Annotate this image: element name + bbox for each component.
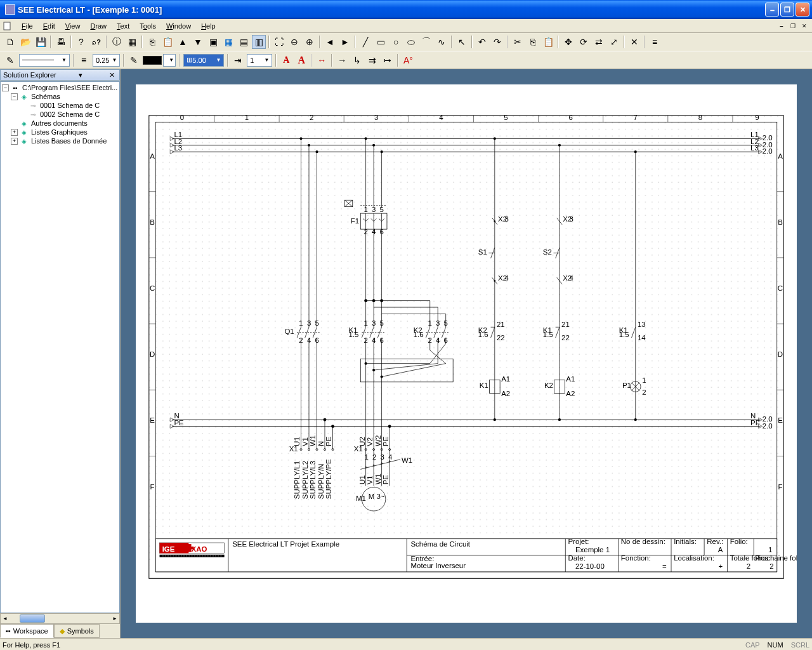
line-button[interactable]: ╱ — [358, 35, 372, 49]
svg-text:A1: A1 — [566, 375, 575, 383]
tool-b-button[interactable]: ▦ — [221, 35, 235, 49]
new-button[interactable]: 🗋 — [3, 35, 17, 49]
next-button[interactable]: ► — [338, 35, 352, 49]
explorer-close-button[interactable]: ✕ — [107, 71, 117, 79]
copy-button[interactable]: ⎘ — [145, 35, 159, 49]
wire4-button[interactable]: ↦ — [381, 53, 395, 67]
grid-button[interactable]: ▦ — [125, 35, 139, 49]
doc-icon — [3, 22, 11, 30]
fit-button[interactable]: ⛶ — [272, 35, 286, 49]
save-button[interactable]: 💾 — [34, 35, 48, 49]
ellipse-button[interactable]: ⬭ — [404, 35, 418, 49]
snap-combo[interactable]: 1▼ — [247, 54, 272, 67]
whatsthis-button[interactable]: ⌕? — [89, 35, 103, 49]
expand-icon[interactable]: + — [11, 138, 18, 145]
help-context-button[interactable]: ? — [74, 35, 88, 49]
menu-window[interactable]: Window — [161, 21, 196, 31]
paste-button[interactable]: 📋 — [160, 35, 174, 49]
tab-symbols[interactable]: ◆ Symbols — [54, 624, 100, 638]
maximize-button[interactable]: ❐ — [780, 3, 794, 17]
linestyle-combo[interactable]: ▼ — [19, 54, 70, 67]
svg-text:22: 22 — [561, 334, 570, 342]
open-button[interactable]: 📂 — [18, 35, 32, 49]
cut-button[interactable]: ✂ — [511, 35, 525, 49]
mdi-close-button[interactable]: ✕ — [799, 22, 809, 30]
menu-draw[interactable]: Draw — [85, 21, 112, 31]
expand-icon[interactable]: + — [11, 129, 18, 136]
minimize-button[interactable]: ‒ — [765, 3, 779, 17]
menu-help[interactable]: Help — [196, 21, 221, 31]
collapse-icon[interactable]: − — [11, 93, 18, 100]
svg-text:9: 9 — [755, 114, 759, 121]
svg-text:Exemple 1: Exemple 1 — [575, 546, 610, 554]
prev-button[interactable]: ◄ — [323, 35, 337, 49]
info-button[interactable]: ⓘ — [110, 35, 124, 49]
color-swatch[interactable] — [143, 56, 162, 65]
tree-listesb[interactable]: + ◈ Listes Bases de Donnée — [2, 136, 118, 145]
circle-button[interactable]: ○ — [389, 35, 403, 49]
drawing-canvas[interactable]: 0 1 2 3 4 5 6 7 8 9 — [136, 84, 797, 623]
tree-schemas[interactable]: − ◈ Schémas — [2, 92, 118, 101]
tree-doc2[interactable]: ⊸ 0002 Schema de C — [2, 110, 118, 119]
tool-c-button[interactable]: ▤ — [237, 35, 251, 49]
wire2-button[interactable]: ↳ — [350, 53, 364, 67]
tab-workspace[interactable]: ▪▪ Workspace — [0, 624, 54, 638]
rotate-button[interactable]: ⟳ — [577, 35, 591, 49]
zoomout-button[interactable]: ⊖ — [287, 35, 301, 49]
svg-rect-296 — [185, 547, 194, 549]
undo-button[interactable]: ↶ — [475, 35, 489, 49]
drawing-viewport[interactable]: 0 1 2 3 4 5 6 7 8 9 — [121, 69, 812, 638]
explorer-pin-icon[interactable]: ▾ — [79, 71, 82, 79]
redo-button[interactable]: ↷ — [490, 35, 504, 49]
copy2-button[interactable]: ⎘ — [526, 35, 540, 49]
tree-listesg[interactable]: + ◈ Listes Graphiques — [2, 128, 118, 136]
wire3-button[interactable]: ⇉ — [365, 53, 379, 67]
text-a2-button[interactable]: A — [294, 53, 308, 67]
pen-button[interactable]: ✎ — [3, 53, 17, 67]
svg-text:E: E — [778, 416, 783, 424]
menu-view[interactable]: View — [60, 21, 86, 31]
text-a-button[interactable]: A — [279, 53, 293, 67]
arc-button[interactable]: ⌒ — [419, 35, 433, 49]
menu-file[interactable]: FFileile — [16, 21, 38, 31]
svg-text:Initials:: Initials: — [674, 538, 697, 545]
moveup-button[interactable]: ▲ — [176, 35, 190, 49]
dim-h-button[interactable]: ↔ — [315, 53, 329, 67]
menu-edit[interactable]: Edit — [38, 21, 60, 31]
fill-button[interactable]: ✎ — [127, 53, 141, 67]
move-button[interactable]: ✥ — [561, 35, 575, 49]
svg-rect-0 — [4, 22, 10, 30]
text-attr-button[interactable]: A° — [401, 53, 415, 67]
lineweight-combo[interactable]: 0.25▼ — [93, 54, 120, 67]
mirror-button[interactable]: ⇄ — [592, 35, 606, 49]
align-button[interactable]: ≡ — [648, 35, 662, 49]
close-button[interactable]: ✕ — [796, 3, 809, 17]
print-button[interactable]: 🖶 — [54, 35, 68, 49]
paste2-button[interactable]: 📋 — [541, 35, 555, 49]
zoomin-button[interactable]: ⊕ — [303, 35, 317, 49]
movedown-button[interactable]: ▼ — [191, 35, 205, 49]
rect-button[interactable]: ▭ — [374, 35, 388, 49]
svg-text:L3: L3 — [750, 144, 759, 152]
delete-button[interactable]: ✕ — [627, 35, 641, 49]
mdi-restore-button[interactable]: ❐ — [788, 22, 798, 30]
tree-autres[interactable]: ◈ Autres documents — [2, 119, 118, 128]
menu-tools[interactable]: Tools — [134, 21, 161, 31]
svg-text:V1: V1 — [301, 437, 309, 446]
color-combo[interactable]: ▼ — [163, 54, 176, 67]
tree-root[interactable]: − ▪▪ C:\Program Files\SEE Electri... — [2, 83, 118, 92]
select-button[interactable]: ↖ — [455, 35, 469, 49]
explorer-tree[interactable]: − ▪▪ C:\Program Files\SEE Electri... − ◈… — [0, 81, 120, 613]
menu-text[interactable]: Text — [112, 21, 134, 31]
tool-a-button[interactable]: ▣ — [206, 35, 220, 49]
collapse-icon[interactable]: − — [2, 84, 9, 91]
explorer-hscrollbar[interactable]: ◄ ► — [0, 613, 120, 624]
svg-text:2: 2 — [310, 114, 313, 121]
scale-button[interactable]: ⤢ — [607, 35, 621, 49]
wire1-button[interactable]: → — [335, 53, 349, 67]
spline-button[interactable]: ∿ — [435, 35, 449, 49]
mdi-minimize-button[interactable]: ‒ — [776, 22, 787, 30]
tree-doc1[interactable]: ⊸ 0001 Schema de C — [2, 101, 118, 110]
tool-d-button[interactable]: ▥ — [252, 35, 266, 49]
grid-combo[interactable]: ⊞ 5.00▼ — [183, 54, 224, 67]
